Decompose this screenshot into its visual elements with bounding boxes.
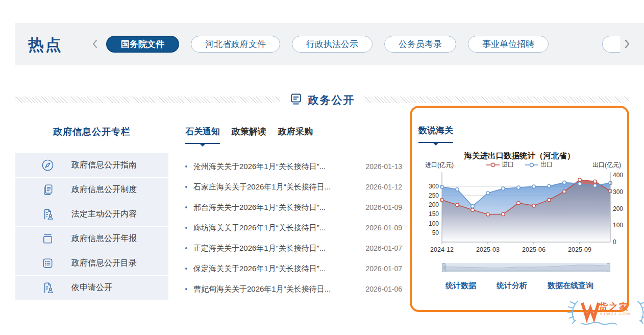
news-item-date: 2026-01-07: [365, 265, 402, 273]
wave-decoration: [582, 322, 616, 324]
info-item-label: 政府信息公开年报: [71, 233, 137, 244]
section-title: 政务公开: [308, 93, 355, 107]
news-item-title: 廊坊海关关于2026年1月“关长接待日”...: [193, 223, 360, 233]
news-item-title: 正定海关关于2026年1月“关长接待日”...: [193, 244, 360, 253]
tab-政策解读[interactable]: 政策解读: [232, 126, 266, 144]
chart-title: 海关进出口数据统计（河北省）: [412, 151, 627, 161]
tab-customs-data[interactable]: 数说海关: [418, 125, 453, 143]
datazoom-handle-right[interactable]: [607, 264, 610, 272]
svg-text:2025-06: 2025-06: [522, 246, 546, 253]
documents-icon: [41, 183, 55, 197]
hot-topic-tab-公务员考录[interactable]: 公务员考录: [384, 36, 456, 53]
info-item-label: 政府信息公开制度: [71, 184, 137, 195]
news-item-date: 2026-01-06: [365, 285, 402, 293]
news-item[interactable]: 保定海关关于2026年1月“关长接待日”...2026-01-07: [185, 258, 402, 279]
news-item-title: 邢台海关关于2026年1月“关长接待日”...: [193, 203, 360, 212]
tab-石关通知[interactable]: 石关通知: [185, 126, 220, 144]
hot-topic-tab-事业单位招聘[interactable]: 事业单位招聘: [468, 36, 549, 53]
news-item-title: 保定海关关于2026年1月“关长接待日”...: [193, 264, 360, 274]
info-item[interactable]: 政府信息公开指南: [15, 153, 168, 177]
svg-text:250: 250: [429, 192, 439, 199]
doc-person-icon: [41, 207, 55, 221]
hot-topics-band: 热点 国务院文件河北省政府文件行政执法公示公务员考录事业单位招聘: [15, 23, 644, 65]
info-item[interactable]: 政府信息公开目录: [15, 251, 168, 275]
svg-text:100: 100: [429, 220, 439, 227]
hatch-decoration-right: [364, 97, 629, 103]
hot-topic-tab-国务院文件[interactable]: 国务院文件: [106, 36, 179, 53]
hot-topics-title: 热点: [28, 34, 63, 56]
news-item[interactable]: 曹妃甸海关关于2026年1月“关长接待日...2026-01-06: [185, 279, 402, 299]
bullet-icon: [185, 268, 187, 270]
document-icon: [289, 92, 303, 108]
svg-text:300: 300: [429, 183, 439, 190]
info-panel-title: 政府信息公开专栏: [15, 126, 168, 138]
watermark-domain-text: 51WZJ.COM: [600, 312, 631, 316]
bullet-icon: [185, 247, 187, 249]
svg-text:0: 0: [613, 238, 616, 246]
info-item-label: 政府信息公开目录: [71, 258, 137, 269]
news-item-date: 2026-01-07: [365, 244, 402, 252]
bullet-icon: [185, 206, 187, 208]
customs-data-panel: 数说海关 海关进出口数据统计（河北省） 进口(亿元) 出口(亿元) 进口出口 5…: [410, 106, 629, 312]
legend-marker-icon: [525, 162, 538, 167]
info-item-label: 依申请公开: [71, 282, 112, 293]
svg-text:50: 50: [432, 229, 439, 236]
compass-icon: [41, 158, 55, 172]
news-panel: 石关通知政策解读政府采购 沧州海关关于2026年1月“关长接待日”...2026…: [185, 117, 402, 301]
info-panel-list: 政府信息公开指南政府信息公开制度法定主动公开内容政府信息公开年报政府信息公开目录…: [15, 153, 168, 300]
svg-text:200: 200: [429, 201, 439, 208]
info-disclosure-panel: 政府信息公开专栏 政府信息公开指南政府信息公开制度法定主动公开内容政府信息公开年…: [15, 117, 168, 301]
datazoom-handle-left[interactable]: [442, 264, 445, 272]
info-item-label: 法定主动公开内容: [71, 209, 137, 220]
news-list: 沧州海关关于2026年1月“关长接待日”...2026-01-13石家庄海关关于…: [185, 156, 402, 299]
news-item-date: 2026-01-13: [365, 162, 402, 171]
info-item-label: 政府信息公开指南: [71, 160, 137, 171]
svg-text:300: 300: [613, 188, 623, 196]
bullet-icon: [185, 227, 187, 229]
svg-text:2025-09: 2025-09: [568, 246, 591, 253]
news-item[interactable]: 廊坊海关关于2026年1月“关长接待日”...2026-01-09: [185, 218, 402, 238]
info-item[interactable]: 政府信息公开制度: [15, 178, 168, 202]
info-item[interactable]: 法定主动公开内容: [15, 202, 168, 226]
svg-text:150: 150: [429, 210, 439, 218]
hot-topic-tab-行政执法公示[interactable]: 行政执法公示: [292, 36, 373, 53]
doc-person-icon: [41, 281, 55, 295]
import-export-chart: 5010015020025030001002003004002024-12202…: [412, 168, 627, 258]
bullet-icon: [185, 165, 187, 167]
svg-text:400: 400: [613, 172, 623, 179]
list-icon: [41, 256, 55, 270]
news-tabs: 石关通知政策解读政府采购: [185, 126, 313, 144]
news-item[interactable]: 正定海关关于2026年1月“关长接待日”...2026-01-07: [185, 238, 402, 258]
info-item[interactable]: 政府信息公开年报: [15, 227, 168, 251]
datazoom-slider[interactable]: [442, 262, 610, 273]
news-item-date: 2026-01-09: [365, 224, 402, 232]
svg-text:2025-03: 2025-03: [476, 246, 500, 253]
archive-icon: [41, 232, 55, 246]
svg-text:2024-12: 2024-12: [430, 246, 454, 253]
news-item[interactable]: 沧州海关关于2026年1月“关长接待日”...2026-01-13: [185, 156, 402, 177]
info-item[interactable]: 依申请公开: [15, 276, 168, 300]
link-统计分析[interactable]: 统计分析: [497, 281, 527, 291]
tab-政府采购[interactable]: 政府采购: [278, 126, 313, 144]
hot-topic-tab-河北省政府文件[interactable]: 河北省政府文件: [191, 36, 280, 53]
news-item-title: 石家庄海关关于2026年1月“关长接待日...: [193, 182, 360, 192]
hot-topics-tabs: 国务院文件河北省政府文件行政执法公示公务员考录事业单位招聘: [106, 36, 549, 53]
link-统计数据[interactable]: 统计数据: [445, 281, 476, 291]
news-item-date: 2026-01-12: [365, 183, 402, 191]
link-数据在线查询[interactable]: 数据在线查询: [548, 281, 593, 291]
section-header: 政务公开: [280, 91, 364, 109]
bullet-icon: [185, 288, 187, 290]
news-item-date: 2026-01-09: [365, 203, 402, 211]
legend-marker-icon: [486, 162, 500, 167]
news-item-title: 沧州海关关于2026年1月“关长接待日”...: [193, 162, 360, 172]
data-links: 统计数据统计分析数据在线查询: [412, 281, 627, 291]
chevron-right-icon[interactable]: [624, 39, 630, 49]
news-item[interactable]: 石家庄海关关于2026年1月“关长接待日...2026-01-12: [185, 177, 402, 197]
news-item-title: 曹妃甸海关关于2026年1月“关长接待日...: [193, 284, 360, 294]
hot-topic-tab-partial[interactable]: [602, 36, 620, 53]
hatch-decoration-left: [15, 97, 280, 103]
chevron-left-icon[interactable]: [92, 39, 98, 49]
news-item[interactable]: 邢台海关关于2026年1月“关长接待日”...2026-01-09: [185, 197, 402, 218]
svg-text:200: 200: [613, 205, 623, 212]
bullet-icon: [185, 186, 187, 188]
